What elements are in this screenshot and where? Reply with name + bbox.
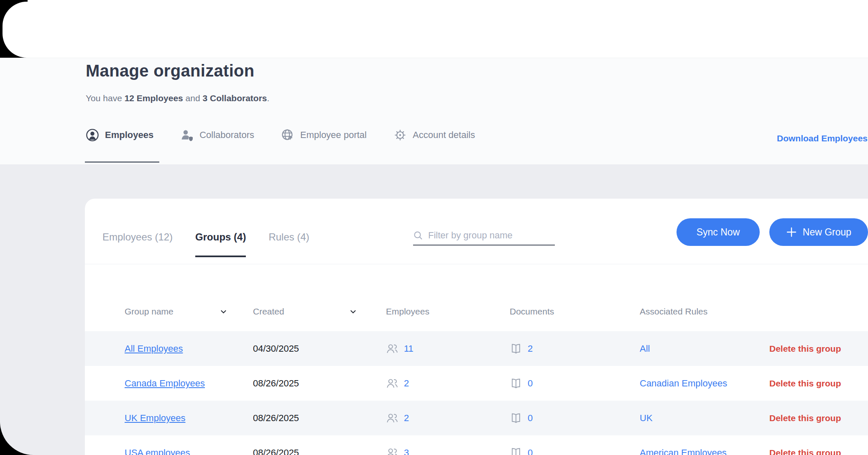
column-header-created[interactable]: Created [253, 307, 386, 317]
associated-rules-cell: UK [640, 413, 769, 424]
people-icon [386, 447, 398, 455]
person-shield-icon [180, 128, 194, 142]
book-icon [510, 343, 522, 355]
table-body: All Employees 04/30/2025 11 2 All Dele [85, 331, 868, 455]
employee-count-link[interactable]: 3 [404, 447, 409, 455]
delete-group-link[interactable]: Delete this group [769, 378, 841, 389]
employee-count-link[interactable]: 2 [404, 378, 409, 389]
employees-cell: 11 [386, 343, 510, 355]
globe-cursor-icon [281, 128, 294, 142]
tab-groups-count[interactable]: Groups (4) [195, 231, 246, 257]
created-date: 04/30/2025 [253, 343, 299, 354]
group-filter-field[interactable] [413, 226, 555, 245]
person-circle-icon [86, 128, 99, 142]
table-header: Group name Created Employees Documents A… [85, 301, 868, 322]
associated-rules-cell: Canadian Employees [640, 378, 769, 389]
tab-collaborators[interactable]: Collaborators [180, 128, 254, 142]
created-cell: 08/26/2025 [253, 378, 386, 389]
tab-label: Collaborators [199, 130, 254, 141]
tab-rules-count[interactable]: Rules (4) [268, 231, 309, 256]
group-filter-input[interactable] [428, 230, 555, 241]
created-date: 08/26/2025 [253, 447, 299, 455]
actions-cell: Delete this group [769, 413, 868, 423]
column-header-group-name[interactable]: Group name [125, 307, 253, 317]
subtitle-text: . [267, 93, 270, 103]
documents-cell: 0 [510, 377, 640, 390]
group-name-cell: UK Employees [125, 413, 253, 424]
associated-rule-link[interactable]: UK [640, 413, 653, 424]
search-icon [413, 230, 423, 240]
column-header-documents: Documents [510, 307, 640, 317]
document-count-link[interactable]: 0 [528, 447, 533, 455]
column-label: Associated Rules [640, 307, 707, 317]
download-employees-link[interactable]: Download Employees [777, 133, 868, 143]
delete-group-link[interactable]: Delete this group [769, 344, 841, 354]
gear-icon [393, 128, 407, 142]
chevron-down-icon [220, 308, 227, 315]
documents-cell: 2 [510, 343, 640, 355]
sync-now-button[interactable]: Sync Now [677, 218, 760, 246]
actions-cell: Delete this group [769, 448, 868, 455]
associated-rules-cell: American Employees [640, 447, 769, 455]
document-count-link[interactable]: 2 [528, 343, 533, 354]
employee-count-link[interactable]: 2 [404, 413, 409, 424]
people-icon [386, 412, 398, 424]
created-cell: 08/26/2025 [253, 413, 386, 424]
column-label: Employees [386, 307, 429, 317]
table-row: UK Employees 08/26/2025 2 0 UK Delete [85, 401, 868, 435]
tab-employees[interactable]: Employees [86, 128, 153, 142]
group-name-cell: USA employees [125, 447, 253, 455]
active-tab-underline [85, 161, 159, 163]
subtitle-text: and [183, 93, 203, 103]
group-name-link[interactable]: USA employees [125, 447, 190, 455]
top-band [0, 0, 868, 58]
employee-count-text: 12 Employees [125, 93, 183, 103]
book-icon [510, 377, 522, 390]
associated-rule-link[interactable]: Canadian Employees [640, 378, 727, 389]
employee-count-link[interactable]: 11 [404, 343, 414, 354]
tab-employee-portal[interactable]: Employee portal [281, 128, 367, 142]
document-count-link[interactable]: 0 [528, 378, 533, 389]
group-name-link[interactable]: All Employees [125, 343, 183, 354]
page-header: Manage organization You have 12 Employee… [0, 58, 868, 164]
delete-group-link[interactable]: Delete this group [769, 413, 841, 423]
people-icon [386, 377, 398, 390]
column-header-employees: Employees [386, 307, 510, 317]
delete-group-link[interactable]: Delete this group [769, 448, 841, 455]
actions-cell: Delete this group [769, 344, 868, 354]
associated-rule-link[interactable]: All [640, 343, 650, 354]
actions-cell: Delete this group [769, 378, 868, 389]
page-subtitle: You have 12 Employees and 3 Collaborator… [86, 93, 269, 103]
group-name-link[interactable]: Canada Employees [125, 378, 205, 389]
main-tab-bar: Employees Collaborators Employee portal [86, 128, 475, 142]
table-row: USA employees 08/26/2025 3 0 American Em… [85, 435, 868, 455]
chevron-down-icon [350, 308, 357, 315]
employees-cell: 3 [386, 447, 510, 455]
tab-label: Account details [413, 130, 475, 141]
subtitle-text: You have [86, 93, 125, 103]
created-date: 08/26/2025 [253, 378, 299, 389]
column-label: Created [253, 307, 284, 317]
employees-cell: 2 [386, 377, 510, 390]
tab-employees-count[interactable]: Employees (12) [102, 231, 173, 256]
new-group-button[interactable]: New Group [769, 218, 868, 246]
associated-rule-link[interactable]: American Employees [640, 447, 727, 455]
group-name-cell: Canada Employees [125, 378, 253, 389]
button-label: New Group [803, 227, 851, 238]
created-cell: 08/26/2025 [253, 447, 386, 455]
card-tab-bar: Employees (12) Groups (4) Rules (4) [102, 231, 309, 257]
book-icon [510, 447, 522, 455]
tab-label: Employees [105, 130, 153, 141]
tab-account-details[interactable]: Account details [393, 128, 475, 142]
group-name-link[interactable]: UK Employees [125, 413, 186, 424]
page-title: Manage organization [86, 61, 255, 80]
column-label: Documents [510, 307, 554, 317]
tab-label: Employee portal [300, 130, 367, 141]
associated-rules-cell: All [640, 343, 769, 354]
documents-cell: 0 [510, 412, 640, 424]
document-count-link[interactable]: 0 [528, 413, 533, 424]
card-header-divider [85, 264, 868, 264]
plus-icon [786, 227, 797, 238]
collaborator-count-text: 3 Collaborators [202, 93, 267, 103]
created-cell: 04/30/2025 [253, 343, 386, 354]
